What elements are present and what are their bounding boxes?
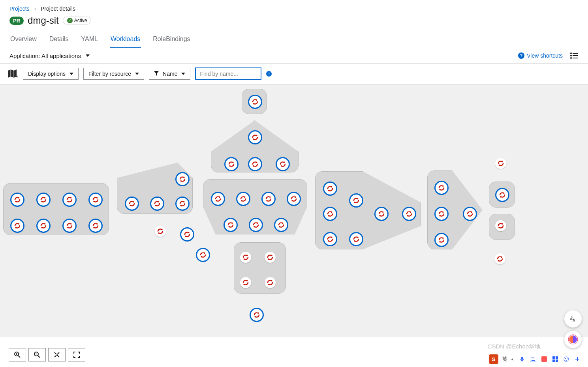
- tab-overview[interactable]: Overview: [9, 32, 38, 48]
- status-text: Active: [74, 18, 87, 23]
- funnel-icon: [154, 71, 159, 77]
- view-shortcuts-label: View shortcuts: [527, 52, 563, 59]
- workload-node[interactable]: [224, 218, 238, 232]
- grid-icon[interactable]: [552, 356, 559, 363]
- svg-point-4: [570, 57, 572, 59]
- filter-row: Application: All applications ? View sho…: [0, 48, 588, 64]
- tab-details[interactable]: Details: [49, 32, 70, 48]
- keyboard-icon[interactable]: [530, 356, 537, 363]
- workload-node[interactable]: [265, 277, 276, 288]
- workload-node[interactable]: [36, 219, 51, 233]
- project-badge: PR: [9, 17, 24, 25]
- workload-node[interactable]: [10, 193, 24, 207]
- workload-node[interactable]: [349, 232, 363, 246]
- mic-icon[interactable]: [518, 356, 526, 363]
- locale-switch-button[interactable]: あA: [564, 310, 582, 328]
- workload-node[interactable]: [240, 277, 251, 288]
- ime-icon[interactable]: S: [489, 354, 498, 364]
- ime-lang[interactable]: 英: [502, 356, 507, 363]
- svg-rect-26: [552, 360, 555, 362]
- workload-node[interactable]: [374, 207, 389, 221]
- topology-toolbar: + Display options Filter by resource Nam…: [0, 64, 588, 84]
- workload-node[interactable]: [175, 172, 190, 186]
- workload-node[interactable]: [463, 207, 477, 221]
- workload-node[interactable]: [196, 248, 210, 262]
- workload-node[interactable]: [434, 233, 449, 247]
- workload-node[interactable]: [402, 207, 416, 221]
- workload-node[interactable]: [349, 193, 363, 208]
- workload-node[interactable]: [150, 197, 164, 211]
- workload-node[interactable]: [495, 188, 509, 202]
- workload-node[interactable]: [36, 193, 51, 207]
- workload-node[interactable]: [495, 158, 506, 169]
- workload-node[interactable]: [88, 193, 103, 207]
- workload-node[interactable]: [10, 219, 24, 233]
- workload-node[interactable]: [494, 253, 505, 264]
- display-options-dropdown[interactable]: Display options: [23, 68, 79, 80]
- workload-node[interactable]: [274, 218, 288, 232]
- info-icon[interactable]: i: [266, 71, 272, 77]
- tab-yaml[interactable]: YAML: [81, 32, 99, 48]
- workload-node[interactable]: [323, 182, 337, 196]
- workload-node[interactable]: [287, 192, 301, 206]
- svg-rect-18: [530, 357, 536, 361]
- filter-by-resource-label: Filter by resource: [88, 71, 131, 77]
- watermark: CSDN @Echoo华地: [488, 343, 541, 350]
- svg-rect-3: [573, 55, 578, 56]
- tab-workloads[interactable]: Workloads: [110, 32, 141, 48]
- workload-node[interactable]: [495, 220, 506, 231]
- workload-node[interactable]: [434, 181, 449, 195]
- workload-node[interactable]: [88, 219, 103, 233]
- assistant-button[interactable]: [564, 331, 582, 348]
- svg-rect-17: [521, 357, 523, 360]
- workload-node[interactable]: [155, 226, 166, 237]
- view-shortcuts-link[interactable]: ? View shortcuts: [518, 52, 563, 59]
- workload-node[interactable]: [62, 193, 77, 207]
- workload-node[interactable]: [248, 157, 262, 171]
- workload-node[interactable]: [180, 227, 194, 242]
- breadcrumb: Projects › Project details: [0, 0, 588, 13]
- workload-node[interactable]: [240, 252, 251, 263]
- topology-view-icon[interactable]: +: [7, 69, 18, 79]
- workload-node[interactable]: [236, 192, 250, 206]
- workload-node[interactable]: [276, 157, 290, 171]
- os-taskbar: S 英 •,: [0, 351, 588, 367]
- chevron-down-icon: [135, 73, 139, 75]
- name-filter-dropdown[interactable]: Name: [149, 68, 190, 80]
- tab-rolebindings[interactable]: RoleBindings: [152, 32, 191, 48]
- workload-node[interactable]: [175, 197, 190, 211]
- expand-icon[interactable]: [574, 356, 581, 363]
- svg-rect-24: [552, 356, 555, 359]
- workload-node[interactable]: [265, 252, 276, 263]
- workload-node[interactable]: [434, 207, 449, 221]
- svg-rect-20: [532, 358, 533, 358]
- workload-node[interactable]: [62, 219, 77, 233]
- workload-node[interactable]: [211, 192, 225, 206]
- application-filter-label: Application: All applications: [9, 52, 81, 59]
- find-by-name-input[interactable]: [195, 67, 261, 80]
- emoji-icon[interactable]: [563, 356, 570, 363]
- application-filter[interactable]: Application: All applications: [9, 52, 90, 59]
- breadcrumb-root[interactable]: Projects: [9, 6, 30, 12]
- topology-canvas[interactable]: [0, 84, 588, 337]
- svg-point-29: [565, 358, 566, 359]
- workload-node[interactable]: [261, 192, 276, 206]
- filter-by-resource-dropdown[interactable]: Filter by resource: [83, 68, 144, 80]
- workload-node[interactable]: [323, 207, 337, 221]
- display-options-label: Display options: [28, 71, 66, 77]
- workload-node[interactable]: [125, 197, 139, 211]
- workload-node[interactable]: [248, 95, 262, 109]
- workload-node[interactable]: [224, 157, 239, 171]
- workload-node[interactable]: [248, 130, 262, 144]
- workload-node[interactable]: [323, 232, 337, 246]
- list-view-icon[interactable]: [570, 52, 579, 59]
- workload-node[interactable]: [250, 308, 264, 322]
- svg-rect-22: [532, 360, 535, 361]
- puzzle-icon[interactable]: [541, 356, 548, 363]
- svg-rect-19: [531, 358, 532, 358]
- svg-rect-21: [533, 358, 534, 358]
- workload-node[interactable]: [249, 218, 263, 232]
- info-icon: ?: [518, 52, 524, 59]
- svg-point-2: [570, 55, 572, 56]
- svg-rect-27: [556, 360, 558, 362]
